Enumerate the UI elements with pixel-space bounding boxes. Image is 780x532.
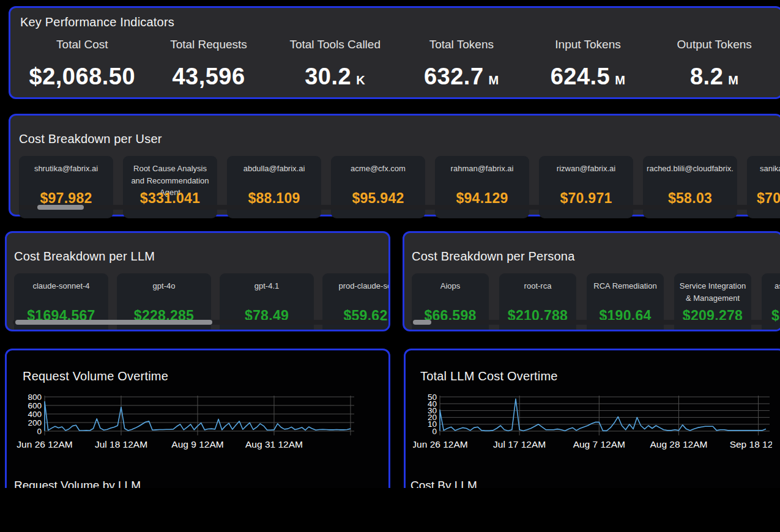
request-volume-by-llm-title: Request Volume by LLM bbox=[14, 479, 141, 488]
svg-text:0: 0 bbox=[432, 427, 437, 436]
kpi-row: Total Cost $2,068.50 Total Requests 43,5… bbox=[19, 38, 778, 90]
svg-text:800: 800 bbox=[28, 393, 42, 402]
card-label: rahman@fabrix.ai bbox=[438, 163, 526, 175]
kpi-value: 624.5M bbox=[525, 64, 652, 90]
svg-text:Jun 26 12AM: Jun 26 12AM bbox=[17, 439, 72, 449]
svg-text:Aug 31 12AM: Aug 31 12AM bbox=[245, 439, 303, 449]
kpi-label: Total Tools Called bbox=[272, 38, 398, 51]
cost-per-llm-title: Cost Breakdown per LLM bbox=[14, 249, 388, 264]
svg-text:0: 0 bbox=[37, 427, 42, 436]
horizontal-scrollbar[interactable] bbox=[410, 320, 775, 325]
line-chart-svg: 8006004002000Jun 26 12AMJul 18 12AMAug 9… bbox=[17, 393, 357, 452]
cost-by-llm-title: Cost By LLM bbox=[410, 479, 477, 488]
svg-text:Jun 26 12AM: Jun 26 12AM bbox=[413, 439, 468, 449]
request-volume-chart-title: Request Volume Overtime bbox=[23, 369, 388, 383]
kpi-value: 8.2M bbox=[651, 64, 778, 90]
scrollbar-thumb[interactable] bbox=[37, 205, 84, 210]
card-label: claude-sonnet-4 bbox=[17, 280, 105, 292]
card-label: rizwan@fabrix.ai bbox=[542, 163, 630, 175]
card-label: gpt-4.1 bbox=[223, 280, 311, 292]
kpi-unit: M bbox=[489, 73, 499, 87]
kpi-panel: Key Performance Indicators Total Cost $2… bbox=[9, 6, 780, 99]
kpi-total-requests: Total Requests 43,596 bbox=[146, 38, 272, 90]
kpi-value: 43,596 bbox=[146, 64, 272, 90]
request-volume-panel: Request Volume Overtime 8006004002000Jun… bbox=[5, 349, 390, 488]
cost-per-user-panel: Cost Breakdown per User shrutika@fabrix.… bbox=[9, 114, 780, 216]
llm-cost-chart-title: Total LLM Cost Overtime bbox=[420, 369, 780, 383]
cost-per-user-title: Cost Breakdown per User bbox=[19, 132, 780, 146]
svg-text:Jul 18 12AM: Jul 18 12AM bbox=[95, 439, 147, 449]
horizontal-scrollbar[interactable] bbox=[19, 205, 770, 210]
card-label: abdulla@fabrix.ai bbox=[230, 163, 318, 175]
kpi-label: Total Cost bbox=[19, 38, 146, 51]
kpi-unit: M bbox=[728, 73, 738, 87]
svg-text:Sep 18 12AM: Sep 18 12AM bbox=[730, 439, 772, 449]
horizontal-scrollbar[interactable] bbox=[13, 320, 382, 325]
card-label: asse bbox=[765, 280, 780, 292]
scrollbar-thumb[interactable] bbox=[15, 320, 212, 325]
svg-text:600: 600 bbox=[28, 401, 42, 410]
svg-text:Aug 9 12AM: Aug 9 12AM bbox=[171, 439, 223, 449]
card-label: RCA Remediation bbox=[590, 280, 661, 292]
kpi-input-tokens: Input Tokens 624.5M bbox=[525, 38, 652, 90]
kpi-label: Output Tokens bbox=[651, 38, 778, 51]
llm-cost-chart: 50403020100Jun 26 12AMJul 17 12AMAug 7 1… bbox=[413, 393, 780, 454]
svg-text:Jul 17 12AM: Jul 17 12AM bbox=[493, 439, 546, 449]
kpi-value: 632.7M bbox=[398, 64, 525, 90]
kpi-unit: M bbox=[615, 73, 625, 87]
card-label: acme@cfx.com bbox=[334, 163, 422, 175]
kpi-value: 30.2K bbox=[272, 64, 398, 90]
svg-text:200: 200 bbox=[28, 418, 42, 427]
card-label: sanika bbox=[750, 163, 780, 175]
cost-per-persona-panel: Cost Breakdown per Persona Aiops$66.598r… bbox=[403, 231, 780, 331]
kpi-total-cost: Total Cost $2,068.50 bbox=[19, 38, 146, 90]
dashboard-viewport: Key Performance Indicators Total Cost $2… bbox=[0, 0, 780, 488]
kpi-output-tokens: Output Tokens 8.2M bbox=[651, 38, 778, 90]
card-label: shrutika@fabrix.ai bbox=[22, 163, 110, 175]
cost-per-llm-panel: Cost Breakdown per LLM claude-sonnet-4$1… bbox=[5, 231, 390, 331]
card-label: prod-claude-sonn bbox=[325, 280, 390, 292]
card-label: gpt-4o bbox=[120, 280, 208, 292]
kpi-value: $2,068.50 bbox=[19, 64, 146, 90]
kpi-panel-title: Key Performance Indicators bbox=[20, 15, 780, 29]
svg-text:400: 400 bbox=[28, 410, 42, 419]
kpi-label: Input Tokens bbox=[525, 38, 652, 51]
card-label: rached.blili@cloudfabrix. bbox=[646, 163, 734, 175]
kpi-total-tools-called: Total Tools Called 30.2K bbox=[272, 38, 398, 90]
svg-text:Aug 28 12AM: Aug 28 12AM bbox=[650, 439, 707, 449]
kpi-label: Total Requests bbox=[146, 38, 272, 51]
kpi-label: Total Tokens bbox=[398, 38, 525, 51]
kpi-total-tokens: Total Tokens 632.7M bbox=[398, 38, 525, 90]
request-volume-chart: 8006004002000Jun 26 12AMJul 18 12AMAug 9… bbox=[17, 393, 388, 454]
line-chart-svg: 50403020100Jun 26 12AMJul 17 12AMAug 7 1… bbox=[413, 393, 772, 452]
card-label: Service Integration & Management bbox=[677, 280, 748, 304]
card-label: root-rca bbox=[502, 280, 573, 292]
svg-text:Aug 7 12AM: Aug 7 12AM bbox=[573, 439, 625, 449]
card-label: Aiops bbox=[415, 280, 486, 292]
llm-cost-panel: Total LLM Cost Overtime 50403020100Jun 2… bbox=[404, 349, 780, 488]
kpi-unit: K bbox=[356, 73, 365, 87]
cost-per-persona-title: Cost Breakdown per Persona bbox=[412, 249, 780, 264]
scrollbar-thumb[interactable] bbox=[413, 320, 431, 325]
